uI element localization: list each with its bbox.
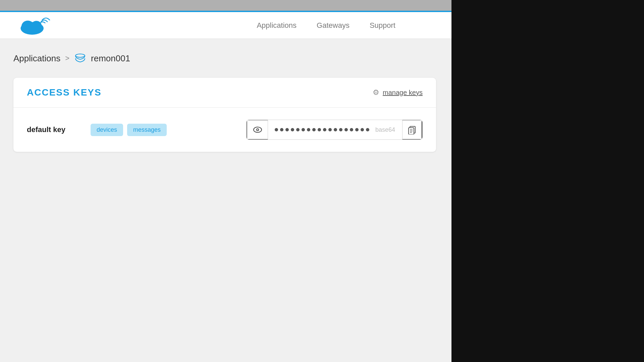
svg-point-3 xyxy=(39,23,41,25)
breadcrumb-applications-link[interactable]: Applications xyxy=(13,53,60,64)
manage-keys-link[interactable]: manage keys xyxy=(383,89,423,97)
manage-keys-area[interactable]: ⚙ manage keys xyxy=(373,88,423,97)
copy-key-button[interactable] xyxy=(402,120,422,140)
default-key-row: default key devices messages xyxy=(27,120,423,140)
nav-gateways[interactable]: Gateways xyxy=(317,21,350,30)
breadcrumb-current-app: remon001 xyxy=(91,53,130,64)
tag-messages: messages xyxy=(127,124,167,136)
access-keys-card: ACCESS KEYS ⚙ manage keys default key de… xyxy=(13,78,436,152)
svg-point-7 xyxy=(75,54,85,57)
eye-icon xyxy=(253,127,262,133)
card-title: ACCESS KEYS xyxy=(27,87,102,98)
tag-devices: devices xyxy=(91,124,123,136)
toggle-visibility-button[interactable] xyxy=(247,120,268,140)
nav-applications[interactable]: Applications xyxy=(257,21,297,30)
app-icon xyxy=(74,52,86,64)
key-tags: devices messages xyxy=(91,124,167,136)
copy-icon xyxy=(408,125,417,134)
key-label: default key xyxy=(27,125,80,134)
base64-label: base64 xyxy=(375,126,395,133)
card-body: default key devices messages xyxy=(13,108,436,152)
svg-point-10 xyxy=(257,129,258,130)
nav-support[interactable]: Support xyxy=(370,21,395,30)
logo-area[interactable] xyxy=(13,15,54,36)
key-dots-display: base64 xyxy=(268,120,402,140)
right-panel xyxy=(451,0,644,362)
gear-icon: ⚙ xyxy=(373,88,379,97)
breadcrumb-separator-icon: > xyxy=(65,54,69,63)
cloud-logo xyxy=(13,15,54,36)
card-header: ACCESS KEYS ⚙ manage keys xyxy=(13,78,436,108)
key-value-area: base64 xyxy=(246,120,423,140)
svg-point-2 xyxy=(31,21,42,30)
